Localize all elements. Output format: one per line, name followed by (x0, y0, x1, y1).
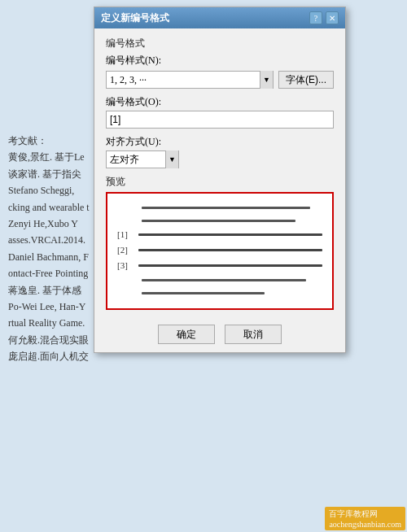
numbering-style-control-row: 1, 2, 3, ··· ▼ 字体(E)... (106, 71, 334, 89)
preview-line-top-1 (117, 202, 322, 213)
preview-line-top-2 (117, 215, 322, 226)
preview-num-1: [1] (117, 229, 138, 239)
preview-label: 预览 (106, 175, 334, 189)
numbering-style-label: 编号样式(N): (106, 54, 161, 68)
confirm-button[interactable]: 确定 (158, 325, 215, 344)
preview-num-3: [3] (117, 260, 138, 270)
preview-line-bot-2 (117, 287, 322, 299)
numbering-style-row: 编号样式(N): (106, 54, 334, 68)
format-field-label: 编号格式(O): (106, 95, 334, 109)
alignment-row: 对齐方式(U): (106, 135, 334, 149)
numbering-style-arrow[interactable]: ▼ (260, 71, 273, 89)
preview-item-1: [1] (117, 228, 322, 241)
preview-box: [1] [2] [3] (106, 192, 334, 310)
dialog-footer: 确定 取消 (94, 318, 345, 352)
preview-num-2: [2] (117, 245, 138, 255)
alignment-dropdown[interactable]: 左对齐 ▼ (106, 150, 179, 168)
cancel-button[interactable]: 取消 (225, 325, 282, 344)
preview-lines: [1] [2] [3] (117, 202, 322, 300)
dialog-title-icons: ? ✕ (309, 11, 339, 24)
numbering-style-dropdown[interactable]: 1, 2, 3, ··· ▼ (106, 71, 274, 89)
close-icon[interactable]: ✕ (326, 11, 339, 24)
watermark-line1: 百字库教程网 (329, 508, 401, 520)
numbering-style-value: 1, 2, 3, ··· (107, 74, 260, 86)
alignment-arrow[interactable]: ▼ (165, 150, 178, 168)
watermark: 百字库教程网 aochengshanbian.com (325, 507, 405, 530)
help-icon[interactable]: ? (309, 11, 322, 24)
dialog-content: 编号格式 编号样式(N): 1, 2, 3, ··· ▼ 字体(E)... 编号… (94, 28, 345, 318)
preview-item-2: [2] (117, 243, 322, 256)
dialog-title: 定义新编号格式 (101, 11, 169, 25)
alignment-control-row: 左对齐 ▼ (106, 150, 334, 168)
format-input[interactable] (106, 111, 334, 129)
dialog-define-format: 定义新编号格式 ? ✕ 编号格式 编号样式(N): 1, 2, 3, ··· ▼… (94, 7, 346, 353)
alignment-label: 对齐方式(U): (106, 135, 161, 149)
watermark-line2: aochengshanbian.com (329, 520, 401, 529)
alignment-value: 左对齐 (107, 153, 165, 167)
preview-item-3: [3] (117, 259, 322, 272)
preview-line-bot-1 (117, 274, 322, 286)
dialog-titlebar: 定义新编号格式 ? ✕ (94, 7, 345, 28)
format-section-label: 编号格式 (106, 37, 334, 50)
font-button[interactable]: 字体(E)... (278, 71, 334, 89)
